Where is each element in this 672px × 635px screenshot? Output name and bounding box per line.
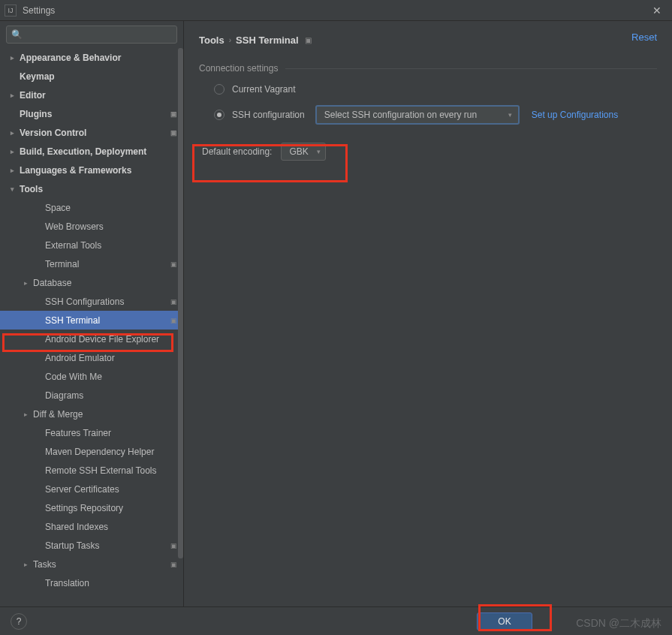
sidebar-item[interactable]: Code With Me (0, 367, 183, 386)
sidebar-item[interactable]: Startup Tasks (0, 536, 183, 555)
sidebar-item[interactable]: Maven Dependency Helper (0, 442, 183, 461)
sidebar-item[interactable]: Database (0, 273, 183, 292)
sidebar-item[interactable]: Languages & Frameworks (0, 161, 183, 179)
section-connection-settings: Connection settings (199, 63, 657, 74)
watermark: CSDN @二木成林 (576, 617, 661, 630)
sidebar-item[interactable]: Android Emulator (0, 348, 183, 367)
search-input[interactable]: 🔍 (6, 26, 177, 44)
app-logo-icon: IJ (5, 5, 17, 17)
content-pane: Tools › SSH Terminal ▣ Reset Connection … (184, 21, 672, 606)
sidebar-item[interactable]: Shared Indexes (0, 517, 183, 536)
sidebar-item-label: Editor (20, 90, 46, 101)
radio-row-ssh-config[interactable]: SSH configuration Select SSH configurati… (199, 105, 657, 125)
sidebar-item[interactable]: Web Browsers (0, 217, 183, 236)
sidebar-item[interactable]: Editor (0, 86, 183, 104)
radio-current-vagrant[interactable] (214, 84, 225, 95)
close-button[interactable]: ✕ (646, 0, 667, 21)
setup-configurations-link[interactable]: Set up Configurations (532, 110, 618, 120)
radio-label: Current Vagrant (232, 84, 296, 95)
sidebar-item-label: Version Control (20, 128, 86, 138)
sidebar-item[interactable]: Settings Repository (0, 498, 183, 517)
sidebar-item[interactable]: Diagrams (0, 386, 183, 405)
chevron-right-icon[interactable] (8, 53, 17, 62)
module-icon (170, 260, 177, 268)
module-icon (170, 317, 177, 324)
ok-button[interactable]: OK (477, 612, 532, 630)
title-bar: IJ Settings ✕ (0, 0, 672, 21)
sidebar-item[interactable]: Tasks (0, 555, 183, 573)
sidebar-item[interactable]: Android Device File Explorer (0, 330, 183, 348)
sidebar-item[interactable]: Keymap (0, 67, 183, 86)
ok-label: OK (498, 616, 511, 627)
settings-sidebar: 🔍 Appearance & BehaviorKeymapEditorPlugi… (0, 21, 184, 606)
chevron-right-icon: › (229, 36, 231, 44)
sidebar-item[interactable]: Space (0, 198, 183, 217)
dialog-footer: ? OK (0, 606, 672, 635)
reset-link[interactable]: Reset (631, 32, 657, 43)
chevron-right-icon[interactable] (21, 560, 30, 569)
sidebar-item[interactable]: Version Control (0, 123, 183, 142)
sidebar-item-label: Diff & Merge (33, 409, 83, 420)
sidebar-item[interactable]: SSH Terminal (0, 311, 183, 330)
sidebar-item[interactable]: Server Certificates (0, 480, 183, 498)
sidebar-item[interactable]: Plugins (0, 104, 183, 123)
breadcrumb-leaf: SSH Terminal (236, 35, 299, 46)
scrollbar[interactable] (178, 48, 183, 606)
sidebar-item[interactable]: Remote SSH External Tools (0, 461, 183, 480)
radio-row-vagrant[interactable]: Current Vagrant (199, 84, 657, 95)
chevron-right-icon[interactable] (8, 147, 17, 156)
sidebar-item-label: Translation (45, 578, 89, 588)
sidebar-item[interactable]: Translation (0, 573, 183, 592)
ssh-config-select[interactable]: Select SSH configuration on every run (315, 105, 520, 125)
sidebar-item[interactable]: Tools (0, 179, 183, 198)
radio-label: SSH configuration (232, 110, 305, 120)
sidebar-item-label: Shared Indexes (45, 522, 108, 532)
chevron-right-icon[interactable] (21, 278, 30, 287)
sidebar-item-label: Maven Dependency Helper (45, 447, 154, 457)
close-icon: ✕ (652, 5, 661, 17)
chevron-down-icon[interactable] (8, 185, 17, 194)
sidebar-item-label: Features Trainer (45, 428, 111, 438)
sidebar-item[interactable]: External Tools (0, 236, 183, 254)
divider (285, 68, 657, 69)
module-icon (170, 129, 177, 137)
encoding-select[interactable]: GBK (281, 143, 325, 161)
encoding-label: Default encoding: (202, 146, 272, 157)
sidebar-item[interactable]: Diff & Merge (0, 405, 183, 423)
window-title: Settings (23, 5, 55, 16)
sidebar-item-label: Tools (20, 184, 43, 194)
scrollbar-thumb[interactable] (178, 48, 183, 558)
sidebar-item[interactable]: Appearance & Behavior (0, 48, 183, 67)
breadcrumb: Tools › SSH Terminal ▣ (199, 30, 657, 50)
sidebar-item-label: Settings Repository (45, 503, 123, 513)
chevron-right-icon[interactable] (21, 410, 30, 419)
sidebar-item[interactable]: Features Trainer (0, 423, 183, 442)
chevron-right-icon[interactable] (8, 166, 17, 175)
settings-tree: Appearance & BehaviorKeymapEditorPlugins… (0, 48, 183, 606)
module-icon (170, 561, 177, 568)
sidebar-item-label: Code With Me (45, 372, 102, 382)
module-icon (170, 542, 177, 549)
sidebar-item[interactable]: Build, Execution, Deployment (0, 142, 183, 161)
sidebar-item-label: Terminal (45, 259, 79, 269)
radio-ssh-configuration[interactable] (214, 110, 225, 120)
sidebar-item-label: SSH Terminal (45, 315, 100, 326)
sidebar-item-label: Remote SSH External Tools (45, 465, 157, 476)
sidebar-item-label: Web Browsers (45, 221, 104, 232)
sidebar-item[interactable]: SSH Configurations (0, 292, 183, 311)
help-icon: ? (17, 616, 22, 627)
chevron-right-icon[interactable] (8, 128, 17, 137)
select-value: Select SSH configuration on every run (324, 110, 477, 120)
module-icon (170, 110, 177, 118)
module-icon: ▣ (305, 36, 312, 44)
main-area: 🔍 Appearance & BehaviorKeymapEditorPlugi… (0, 21, 672, 606)
breadcrumb-root[interactable]: Tools (199, 35, 225, 46)
sidebar-item-label: Space (45, 203, 71, 213)
select-value: GBK (289, 146, 308, 157)
sidebar-item[interactable]: Terminal (0, 254, 183, 273)
sidebar-item-label: Android Emulator (45, 353, 115, 363)
help-button[interactable]: ? (11, 613, 27, 630)
sidebar-item-label: External Tools (45, 240, 101, 251)
chevron-right-icon[interactable] (8, 91, 17, 100)
sidebar-item-label: Build, Execution, Deployment (20, 146, 146, 157)
